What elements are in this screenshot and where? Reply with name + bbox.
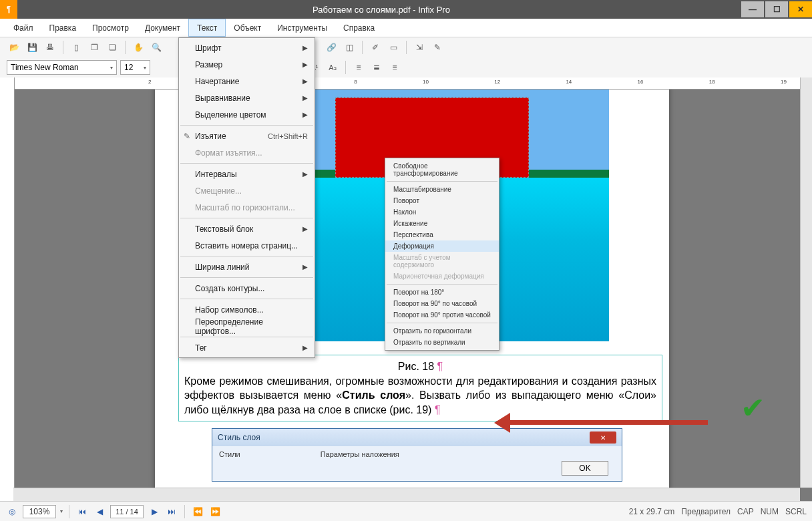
dd-item[interactable]: Интервалы▶ (179, 166, 315, 182)
dropper-icon[interactable]: ✐ (368, 40, 383, 55)
nested-dialog: Стиль слоя ✕ Стили Параметры наложения O… (212, 428, 622, 482)
dd-item[interactable]: Переопределение шрифтов... (179, 318, 315, 335)
nested-left-label: Стили (219, 450, 240, 458)
close-button[interactable]: ✕ (789, 1, 812, 17)
hand-icon[interactable]: ✋ (131, 40, 146, 55)
copy-icon[interactable]: ❐ (87, 40, 102, 55)
menu-текст[interactable]: Текст (188, 19, 226, 37)
dd-item[interactable]: Набор символов... (179, 301, 315, 318)
submenu-item[interactable]: Наклон (385, 206, 499, 218)
font-family-combo[interactable]: Times New Roman▾ (7, 60, 117, 75)
scrl-indicator: SCRL (785, 507, 807, 516)
font-size-value: 12 (124, 63, 133, 72)
dd-item[interactable]: Вставить номера страниц... (179, 237, 315, 254)
open-icon[interactable]: 📂 (7, 40, 21, 55)
submenu-item[interactable]: Отразить по горизонтали (385, 325, 499, 337)
menu-правка[interactable]: Правка (41, 19, 85, 37)
app-icon: ¶ (0, 0, 17, 19)
subscript-icon[interactable]: A₂ (325, 60, 340, 75)
menu-инструменты[interactable]: Инструменты (269, 19, 335, 37)
horizontal-scrollbar[interactable] (13, 488, 800, 501)
cap-indicator: CAP (737, 507, 754, 516)
paste-icon[interactable]: ❏ (105, 40, 120, 55)
dd-item: Формат изъятия... (179, 144, 315, 161)
submenu-item[interactable]: Масштабирование (385, 184, 499, 195)
dd-item[interactable]: Размер▶ (179, 56, 315, 73)
dd-item[interactable]: Ширина линий▶ (179, 258, 315, 275)
align-right-icon[interactable]: ≡ (387, 60, 402, 75)
menubar: ФайлПравкаПросмотрДокументТекстОбъектИнс… (0, 19, 812, 37)
titlebar: ¶ Работаем со слоями.pdf - Infix Pro — ☐… (0, 0, 812, 19)
horizontal-ruler: 2468101214161819 (15, 77, 800, 90)
submenu-item[interactable]: Поворот (385, 195, 499, 206)
maximize-button[interactable]: ☐ (765, 1, 788, 17)
body-text-bold: Стиль слоя (342, 389, 405, 401)
window-buttons: — ☐ ✕ (740, 1, 812, 17)
menu-файл[interactable]: Файл (5, 19, 41, 37)
link-icon[interactable]: 🔗 (324, 40, 339, 55)
zoom-out-icon[interactable]: ◎ (5, 505, 19, 518)
submenu-item[interactable]: Искажение (385, 218, 499, 229)
submenu-item[interactable]: Поворот на 90° по часовой (385, 298, 499, 309)
nav-back-icon[interactable]: ⏪ (191, 505, 204, 518)
prev-page-icon[interactable]: ◀ (93, 505, 106, 518)
brush-icon[interactable]: ✎ (430, 40, 445, 55)
menu-объект[interactable]: Объект (226, 19, 269, 37)
dd-item[interactable]: Шрифт▶ (179, 39, 315, 56)
font-size-combo[interactable]: 12▾ (120, 60, 150, 75)
first-page-icon[interactable]: ⏮ (75, 505, 89, 518)
submenu-item: Масштаб с учетом содержимого (385, 252, 499, 271)
menu-справка[interactable]: Справка (335, 19, 383, 37)
statusbar: ◎ 103% ▾ ⏮ ◀ 11 / 14 ▶ ⏭ ⏪ ⏩ 21 x 29.7 c… (0, 501, 812, 521)
align-left-icon[interactable]: ≡ (351, 60, 366, 75)
font-family-value: Times New Roman (11, 63, 79, 72)
dd-item[interactable]: Текстовый блок▶ (179, 220, 315, 237)
dd-item[interactable]: Выравнивание▶ (179, 90, 315, 106)
dd-item[interactable]: Тег▶ (179, 339, 315, 356)
page-indicator[interactable]: 11 / 14 (110, 505, 144, 518)
zoom-value[interactable]: 103% (23, 505, 56, 518)
figure-caption: Рис. 18 (398, 361, 434, 372)
window-title: Работаем со слоями.pdf - Infix Pro (23, 5, 740, 15)
submenu-item[interactable]: Поворот на 180° (385, 287, 499, 298)
nav-fwd-icon[interactable]: ⏩ (208, 505, 222, 518)
last-page-icon[interactable]: ⏭ (165, 505, 178, 518)
transform-submenu[interactable]: Свободное трансформированиеМасштабирован… (385, 158, 499, 351)
align-center-icon[interactable]: ≣ (369, 60, 384, 75)
nested-title: Стиль слоя (218, 433, 260, 442)
submenu-item[interactable]: Свободное трансформирование (385, 160, 499, 179)
print-icon[interactable]: 🖶 (43, 40, 57, 55)
dd-item[interactable]: Начертание▶ (179, 73, 315, 90)
dd-item[interactable]: Выделение цветом▶ (179, 106, 315, 123)
submenu-item: Марионеточная деформация (385, 271, 499, 282)
dd-item: Смещение... (179, 182, 315, 199)
dd-item[interactable]: ✎ИзъятиеCtrl+Shift+R (179, 128, 315, 144)
menu-документ[interactable]: Документ (137, 19, 188, 37)
minimize-button[interactable]: — (741, 1, 764, 17)
page-dimensions: 21 x 29.7 cm (629, 507, 675, 516)
nested-close-icon[interactable]: ✕ (590, 431, 616, 444)
preview-label: Предварител (681, 507, 731, 516)
num-indicator: NUM (761, 507, 779, 516)
submenu-item[interactable]: Отразить по вертикали (385, 337, 499, 348)
submenu-item[interactable]: Поворот на 90° против часовой (385, 309, 499, 321)
vertical-scrollbar[interactable] (800, 77, 812, 488)
page-icon[interactable]: ▯ (69, 40, 83, 55)
menu-просмотр[interactable]: Просмотр (84, 19, 137, 37)
text-menu-dropdown[interactable]: Шрифт▶Размер▶Начертание▶Выравнивание▶Выд… (178, 37, 315, 358)
dd-item[interactable]: Создать контуры... (179, 280, 315, 297)
nested-right-label: Параметры наложения (321, 450, 399, 458)
vertical-ruler (0, 77, 15, 501)
save-icon[interactable]: 💾 (25, 40, 39, 55)
submenu-item[interactable]: Деформация (385, 240, 499, 252)
next-page-icon[interactable]: ▶ (148, 505, 161, 518)
crop-icon[interactable]: ◫ (342, 40, 357, 55)
toolbars: 📂 💾 🖶 ▯ ❐ ❏ ✋ 🔍 🔗 ◫ ✐ ▭ ⇲ ✎ Times New Ro… (0, 37, 812, 78)
select-icon[interactable]: ▭ (386, 40, 401, 55)
zoom-icon[interactable]: 🔍 (149, 40, 164, 55)
pilcrow-icon: ¶ (435, 404, 441, 415)
submenu-item[interactable]: Перспектива (385, 229, 499, 240)
nested-ok-button[interactable]: OK (562, 461, 608, 476)
drag-icon[interactable]: ⇲ (412, 40, 427, 55)
text-frame[interactable]: Рис. 18 ¶ Кроме режимов смешивания, огро… (178, 355, 662, 421)
